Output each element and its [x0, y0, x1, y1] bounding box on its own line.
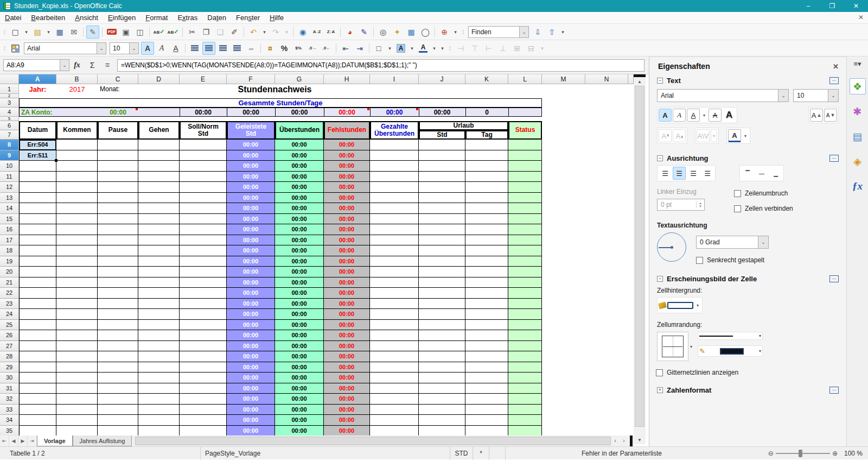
column-header-D[interactable]: D — [138, 74, 180, 84]
cell-H13[interactable]: 00:00 — [324, 193, 370, 204]
cell-K14[interactable] — [465, 203, 508, 214]
cell-H34[interactable]: 00:00 — [324, 415, 370, 426]
cell-D21[interactable] — [138, 277, 180, 288]
cell-I26[interactable] — [370, 330, 419, 341]
cell-K15[interactable] — [465, 214, 508, 225]
row-header-23[interactable]: 23 — [0, 299, 19, 310]
cell-B10[interactable] — [56, 161, 98, 172]
row-header-19[interactable]: 19 — [0, 256, 19, 267]
character-spacing-button[interactable]: A\V — [697, 129, 710, 142]
cell-G13[interactable]: 00:00 — [275, 193, 324, 204]
wrap-text-checkbox[interactable] — [734, 190, 741, 197]
row-header-3[interactable]: 3 — [0, 98, 19, 108]
cell-I12[interactable] — [370, 182, 419, 193]
cell-C23[interactable] — [98, 299, 138, 310]
cell-F10[interactable]: 00:00 — [227, 161, 275, 172]
cell-J9[interactable] — [419, 150, 465, 161]
cell-B29[interactable] — [56, 362, 98, 373]
font-combo-dropdown-icon[interactable]: ⌄ — [97, 43, 106, 54]
cell-B8[interactable] — [56, 140, 98, 150]
collapse-text-icon[interactable]: − — [657, 78, 663, 84]
header-pause[interactable]: Pause — [98, 121, 138, 140]
cell-D12[interactable] — [138, 182, 180, 193]
cell-E35[interactable] — [180, 426, 227, 436]
cell-K13[interactable] — [465, 193, 508, 204]
cell-F33[interactable]: 00:00 — [227, 405, 275, 415]
cell-G21[interactable]: 00:00 — [275, 277, 324, 288]
cell-A29[interactable] — [19, 362, 56, 373]
cell-E15[interactable] — [180, 214, 227, 225]
cell-D25[interactable] — [138, 320, 180, 331]
font-name-dropdown-icon[interactable]: ⌄ — [778, 90, 788, 102]
zoom-out-icon[interactable]: ⊖ — [768, 450, 774, 457]
cell-D24[interactable] — [138, 309, 180, 320]
cell-G31[interactable]: 00:00 — [275, 383, 324, 394]
previous-sheet-button[interactable]: ◀ — [9, 436, 18, 446]
horizontal-scrollbar[interactable]: ‹ › — [134, 436, 634, 446]
font-name-combobox[interactable]: Arial⌄ — [24, 42, 106, 54]
cell-A13[interactable] — [19, 193, 56, 204]
cell-K22[interactable] — [465, 288, 508, 299]
cell-J26[interactable] — [419, 330, 465, 341]
cell-L17[interactable] — [508, 235, 542, 246]
cell-F9[interactable]: 00:00 — [227, 150, 275, 161]
cell-F17[interactable]: 00:00 — [227, 235, 275, 246]
row-header-4[interactable]: 4 — [0, 108, 19, 117]
sort-descending-button[interactable]: Z↓A — [324, 26, 337, 39]
add-decimal-button[interactable]: .0→ — [306, 42, 319, 55]
header-gezahlte[interactable]: GezahlteÜberstunden — [370, 121, 419, 140]
cell-I24[interactable] — [370, 309, 419, 320]
cell-A26[interactable] — [19, 330, 56, 341]
cell-D27[interactable] — [138, 341, 180, 352]
cell-D29[interactable] — [138, 362, 180, 373]
first-sheet-button[interactable]: ⇤ — [0, 436, 9, 446]
cell-F11[interactable]: 00:00 — [227, 172, 275, 182]
row-header-24[interactable]: 24 — [0, 309, 19, 320]
row-header-17[interactable]: 17 — [0, 235, 19, 246]
navigator-tab-icon[interactable]: ◈ — [850, 153, 866, 169]
close-panel-icon[interactable]: ✕ — [833, 62, 839, 71]
sidebar-align-center-button[interactable]: ☰ — [673, 167, 686, 180]
cell-F20[interactable]: 00:00 — [227, 267, 275, 277]
italic-button[interactable]: A — [155, 42, 168, 55]
cell-I27[interactable] — [370, 341, 419, 352]
row-header-33[interactable]: 33 — [0, 405, 19, 415]
cell-E4[interactable]: 00:00 — [180, 108, 227, 117]
character-spacing-dropdown-icon[interactable]: ▾ — [711, 129, 717, 142]
cell-C21[interactable] — [98, 277, 138, 288]
line-style-dropdown-icon[interactable]: ▾ — [759, 333, 761, 338]
cell-D35[interactable] — [138, 426, 180, 436]
cell-A11[interactable] — [19, 172, 56, 182]
cell-I9[interactable] — [370, 150, 419, 161]
cell-L15[interactable] — [508, 214, 542, 225]
cell-background-button[interactable]: ▾ — [657, 297, 703, 313]
row-header-22[interactable]: 22 — [0, 288, 19, 299]
cell-G18[interactable]: 00:00 — [275, 245, 324, 256]
cell-F16[interactable]: 00:00 — [227, 224, 275, 235]
sidebar-font-color-button[interactable]: A — [728, 129, 741, 142]
cell-K8[interactable] — [465, 140, 508, 150]
cell-K33[interactable] — [465, 405, 508, 415]
cell-L29[interactable] — [508, 362, 542, 373]
column-header-L[interactable]: L — [508, 74, 542, 84]
center-horizontally-button[interactable]: ⊤ — [468, 42, 481, 55]
find-next-button[interactable]: ⇩ — [531, 26, 544, 39]
cell-C13[interactable] — [98, 193, 138, 204]
navigator-button[interactable]: ✦ — [391, 26, 404, 39]
cell-D22[interactable] — [138, 288, 180, 299]
cell-I31[interactable] — [370, 383, 419, 394]
cell-L13[interactable] — [508, 193, 542, 204]
cell-F15[interactable]: 00:00 — [227, 214, 275, 225]
cell-C1[interactable]: Monat: — [98, 84, 138, 94]
cell-F4[interactable]: 00:00 — [227, 108, 275, 117]
cell-C33[interactable] — [98, 405, 138, 415]
standard-format-button[interactable]: $% — [292, 42, 305, 55]
cell-L14[interactable] — [508, 203, 542, 214]
cell-K4[interactable]: 0 — [465, 108, 508, 117]
print-button[interactable]: ▣ — [119, 26, 132, 39]
cell-H30[interactable]: 00:00 — [324, 373, 370, 383]
cell-K20[interactable] — [465, 267, 508, 277]
increase-indent-button[interactable]: ⇥ — [353, 42, 366, 55]
cell-D26[interactable] — [138, 330, 180, 341]
cell-J11[interactable] — [419, 172, 465, 182]
